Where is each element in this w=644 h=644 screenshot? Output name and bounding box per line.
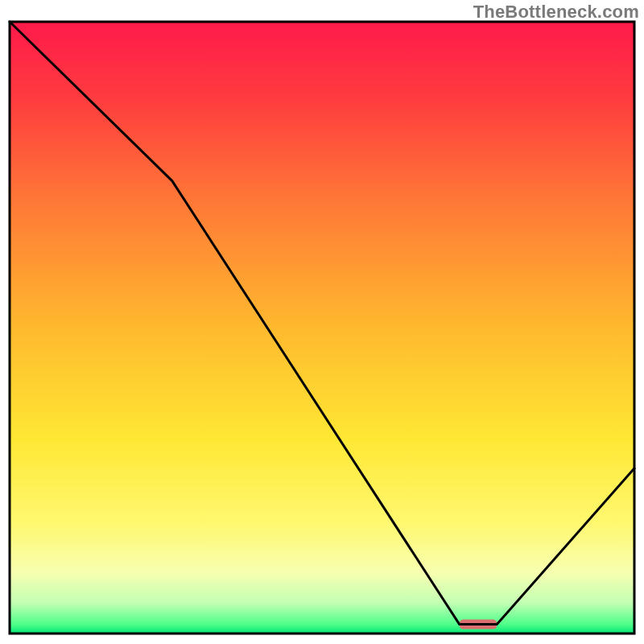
watermark-text: TheBottleneck.com <box>473 2 639 23</box>
chart-svg <box>0 0 644 644</box>
bottleneck-chart: TheBottleneck.com <box>0 0 644 644</box>
